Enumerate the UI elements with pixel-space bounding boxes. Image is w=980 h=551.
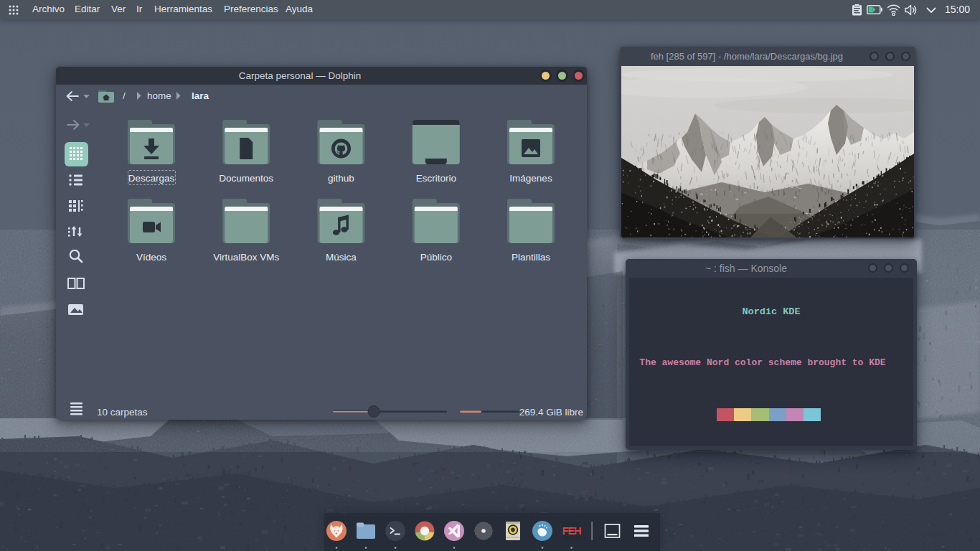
svg-text:FEH: FEH	[562, 525, 581, 537]
svg-text:/: /	[123, 90, 126, 101]
svg-text:269.4 GiB libre: 269.4 GiB libre	[519, 407, 583, 418]
svg-text:home: home	[147, 90, 171, 101]
svg-text:lara: lara	[192, 90, 209, 101]
svg-text:10 carpetas: 10 carpetas	[97, 407, 148, 418]
